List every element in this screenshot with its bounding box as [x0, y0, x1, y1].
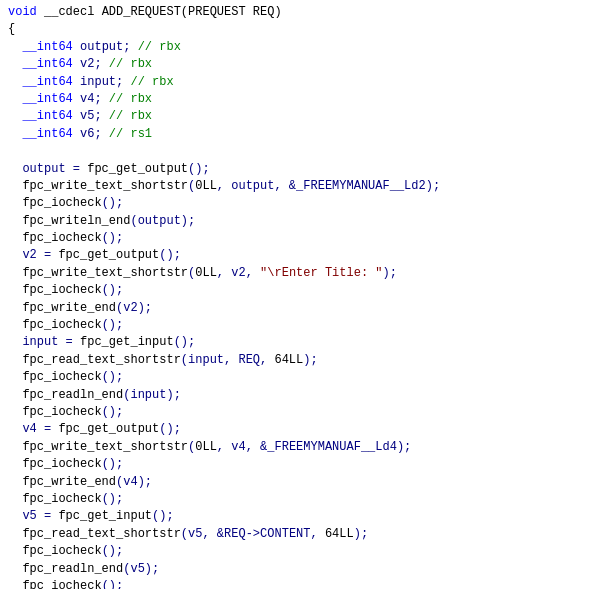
code-line: void __cdecl ADD_REQUEST(PREQUEST REQ): [0, 4, 597, 21]
code-line: __int64 v4; // rbx: [0, 91, 597, 108]
code-line: fpc_write_text_shortstr(0LL, v2, "\rEnte…: [0, 265, 597, 282]
code-line: __int64 v5; // rbx: [0, 108, 597, 125]
code-line: fpc_readln_end(input);: [0, 387, 597, 404]
code-line: fpc_read_text_shortstr(v5, &REQ->CONTENT…: [0, 526, 597, 543]
code-line: fpc_iocheck();: [0, 282, 597, 299]
code-line: fpc_iocheck();: [0, 543, 597, 560]
code-line: fpc_iocheck();: [0, 317, 597, 334]
code-line: fpc_iocheck();: [0, 369, 597, 386]
code-line: {: [0, 21, 597, 38]
code-line: v5 = fpc_get_input();: [0, 508, 597, 525]
code-line: v2 = fpc_get_output();: [0, 247, 597, 264]
code-line: __int64 v2; // rbx: [0, 56, 597, 73]
code-line: fpc_write_end(v4);: [0, 474, 597, 491]
code-line: fpc_readln_end(v5);: [0, 561, 597, 578]
code-line: fpc_iocheck();: [0, 456, 597, 473]
code-line: __int64 output; // rbx: [0, 39, 597, 56]
code-content: void __cdecl ADD_REQUEST(PREQUEST REQ){ …: [0, 4, 597, 589]
code-line: __int64 v6; // rs1: [0, 126, 597, 143]
code-line: fpc_write_text_shortstr(0LL, output, &_F…: [0, 178, 597, 195]
code-line: fpc_iocheck();: [0, 491, 597, 508]
code-line: fpc_iocheck();: [0, 578, 597, 589]
code-line: fpc_write_text_shortstr(0LL, v4, &_FREEM…: [0, 439, 597, 456]
code-line: fpc_iocheck();: [0, 404, 597, 421]
code-viewer: void __cdecl ADD_REQUEST(PREQUEST REQ){ …: [0, 0, 597, 589]
code-line: v4 = fpc_get_output();: [0, 421, 597, 438]
code-line: output = fpc_get_output();: [0, 161, 597, 178]
code-line: fpc_writeln_end(output);: [0, 213, 597, 230]
code-line: fpc_read_text_shortstr(input, REQ, 64LL)…: [0, 352, 597, 369]
code-line: fpc_iocheck();: [0, 230, 597, 247]
code-line: [0, 143, 597, 160]
code-line: input = fpc_get_input();: [0, 334, 597, 351]
code-line: fpc_write_end(v2);: [0, 300, 597, 317]
code-line: __int64 input; // rbx: [0, 74, 597, 91]
code-line: fpc_iocheck();: [0, 195, 597, 212]
